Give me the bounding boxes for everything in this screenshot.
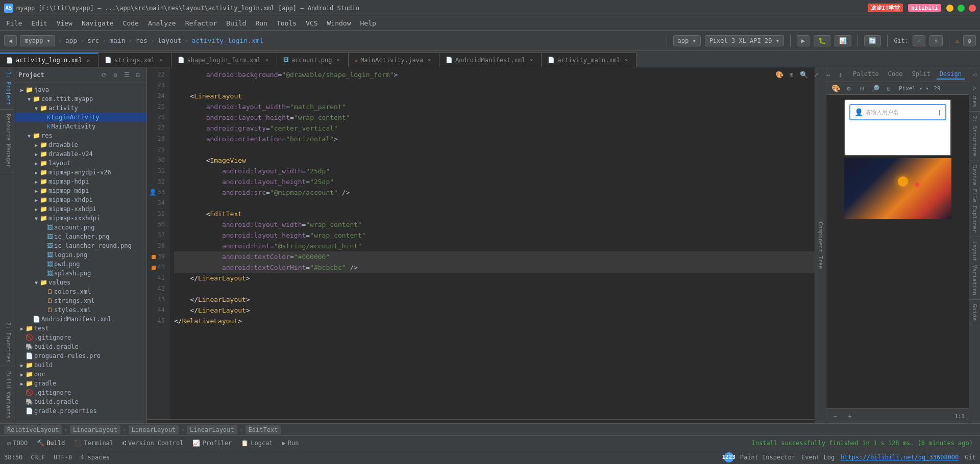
- tree-node-java[interactable]: ▶ 📁 java: [14, 85, 146, 94]
- tree-node-activity-folder[interactable]: ▼ 📁 activity: [14, 104, 146, 113]
- tree-filter-btn[interactable]: ☰: [122, 70, 131, 80]
- tree-collapse-btn[interactable]: ⊟: [133, 70, 142, 80]
- right-icon-2[interactable]: ▷: [970, 83, 980, 93]
- path-item-edittext[interactable]: EditText: [246, 425, 281, 434]
- tree-node-login-png[interactable]: 🖼 login.png: [14, 250, 146, 260]
- tree-node-build-folder[interactable]: ▶ 📁 build: [14, 360, 146, 370]
- path-item-linearlayout-2[interactable]: LinearLayout: [129, 425, 179, 434]
- settings-button[interactable]: ⚙: [963, 35, 976, 46]
- path-item-relativelayout[interactable]: RelativeLayout: [4, 425, 62, 434]
- rpanel-tab-split[interactable]: Split: [909, 69, 934, 80]
- sidebar-tab-guide[interactable]: Guide: [969, 300, 980, 325]
- tab-close-account[interactable]: ✕: [335, 57, 342, 64]
- btoolbar-version-control[interactable]: ⑆ Version Control: [119, 439, 186, 448]
- tree-node-layout[interactable]: ▶ 📁 layout: [14, 159, 146, 168]
- tab-close-shape[interactable]: ✕: [263, 57, 271, 64]
- git-checkmark[interactable]: ✓: [913, 35, 925, 46]
- tree-node-loginactivity[interactable]: K LoginActivity: [14, 113, 146, 122]
- tree-node-gradle-properties[interactable]: 📄 gradle.properties: [14, 406, 146, 416]
- tab-close-mainactivity[interactable]: ✕: [426, 57, 433, 64]
- tree-node-mipmap-hdpi[interactable]: ▶ 📁 mipmap-hdpi: [14, 177, 146, 186]
- menu-help[interactable]: Help: [356, 18, 380, 29]
- status-crlf[interactable]: CRLF: [31, 454, 45, 461]
- menu-code[interactable]: Code: [119, 18, 143, 29]
- btoolbar-terminal[interactable]: ⬛ Terminal: [71, 439, 116, 448]
- tab-androidmanifest[interactable]: 📄 AndroidManifest.xml ✕: [439, 53, 542, 67]
- horizontal-scrollbar[interactable]: [147, 419, 815, 423]
- toolbar-project-dropdown[interactable]: myapp ▾: [20, 35, 55, 46]
- tree-node-manifest[interactable]: 📄 AndroidManifest.xml: [14, 315, 146, 324]
- breadcrumb-main[interactable]: main: [109, 37, 125, 44]
- tree-node-mipmap-anydpi[interactable]: ▶ 📁 mipmap-anydpi-v26: [14, 168, 146, 177]
- tree-node-gradle-folder[interactable]: ▶ 📁 gradle: [14, 379, 146, 388]
- tree-node-proguard[interactable]: 📄 proguard-rules.pro: [14, 351, 146, 360]
- sidebar-tab-layout-inspector[interactable]: Layout Variation: [969, 237, 980, 300]
- menu-window[interactable]: Window: [323, 18, 355, 29]
- tree-node-mipmap-xhdpi[interactable]: ▶ 📁 mipmap-xhdpi: [14, 195, 146, 204]
- zoom-fit-btn[interactable]: ⊡: [857, 83, 867, 93]
- tree-node-ic-launcher[interactable]: 🖼 ic_launcher.png: [14, 232, 146, 241]
- breadcrumb-app[interactable]: app: [65, 37, 77, 44]
- tab-account-png[interactable]: 🖼 account.png ✕: [277, 53, 348, 67]
- tree-node-account-png[interactable]: 🖼 account.png: [14, 223, 146, 232]
- menu-view[interactable]: View: [53, 18, 77, 29]
- device-dropdown[interactable]: Pixel 3 XL API 29 ▾: [705, 35, 784, 46]
- path-item-linearlayout-3[interactable]: LinearLayout: [187, 425, 237, 434]
- sidebar-tab-resource[interactable]: Resource Manager: [0, 110, 14, 172]
- component-tree-panel[interactable]: Component Tree: [815, 67, 826, 423]
- tab-strings-xml[interactable]: 📄 strings.xml ✕: [99, 53, 171, 67]
- close-button[interactable]: [969, 5, 976, 12]
- status-url[interactable]: https://bilibili.net/qq_33608000: [841, 454, 959, 461]
- tree-node-build-gradle-root[interactable]: 🐘 build.gradle: [14, 397, 146, 406]
- tree-node-splash-png[interactable]: 🖼 splash.png: [14, 269, 146, 278]
- btoolbar-logcat[interactable]: 📋 Logcat: [238, 439, 276, 448]
- tree-node-strings-xml[interactable]: 🗒 strings.xml: [14, 296, 146, 305]
- preview-toolbar-resize[interactable]: ⤢: [811, 69, 821, 80]
- tab-close-strings[interactable]: ✕: [158, 57, 165, 64]
- zoom-minus-btn[interactable]: −: [830, 411, 841, 421]
- menu-navigate[interactable]: Navigate: [78, 18, 118, 29]
- menu-file[interactable]: File: [2, 18, 26, 29]
- menu-analyze[interactable]: Analyze: [144, 18, 180, 29]
- zoom-in-btn[interactable]: 🔎: [870, 83, 880, 93]
- run-config-dropdown[interactable]: app ▾: [673, 35, 701, 46]
- status-encoding[interactable]: UTF-8: [54, 454, 72, 461]
- status-build-count[interactable]: 1223: [724, 452, 734, 462]
- tree-node-package[interactable]: ▼ 📁 com.ttit.myapp: [14, 94, 146, 104]
- tree-node-drawable[interactable]: ▶ 📁 drawable: [14, 140, 146, 149]
- toolbar-back-button[interactable]: ◀: [4, 35, 17, 46]
- btoolbar-run[interactable]: ▶ Run: [279, 439, 302, 448]
- tab-close-activity-main[interactable]: ✕: [623, 57, 630, 64]
- btoolbar-profiler[interactable]: 📈 Profiler: [189, 439, 235, 448]
- tree-node-res[interactable]: ▼ 📁 res: [14, 131, 146, 140]
- rpanel-tab-palette[interactable]: Palette: [850, 69, 882, 80]
- breadcrumb-src[interactable]: src: [87, 37, 99, 44]
- preview-palette-icon[interactable]: 🎨: [774, 69, 785, 80]
- menu-run[interactable]: Run: [251, 18, 271, 29]
- run-button[interactable]: ▶: [797, 35, 810, 46]
- tree-node-ic-launcher-round[interactable]: 🖼 ic_launcher_round.png: [14, 241, 146, 250]
- status-paint-inspector[interactable]: Paint Inspector: [740, 454, 795, 461]
- menu-vcs[interactable]: VCS: [302, 18, 322, 29]
- debug-button[interactable]: 🐛: [814, 35, 830, 46]
- preview-toolbar-arrows-h[interactable]: ↔: [823, 69, 834, 80]
- tab-mainactivity-java[interactable]: ☕ MainActivity.java ✕: [349, 53, 439, 67]
- menu-tools[interactable]: Tools: [273, 18, 301, 29]
- tree-node-mipmap-mdpi[interactable]: ▶ 📁 mipmap-mdpi: [14, 186, 146, 195]
- tab-close-manifest[interactable]: ✕: [528, 57, 535, 64]
- rotate-btn[interactable]: ↻: [884, 83, 894, 93]
- sidebar-tab-structure[interactable]: 2: Structure: [969, 112, 980, 161]
- tree-node-styles-xml[interactable]: 🗒 styles.xml: [14, 305, 146, 315]
- menu-edit[interactable]: Edit: [27, 18, 51, 29]
- preview-toolbar-arrows-v[interactable]: ↕: [836, 69, 846, 80]
- status-git[interactable]: Git: [965, 454, 976, 461]
- preview-toolbar-zoom[interactable]: 🔍: [799, 69, 809, 80]
- sync-button[interactable]: 🔄: [864, 35, 881, 46]
- tree-sync-btn[interactable]: ⟳: [100, 70, 109, 80]
- git-update[interactable]: ↑: [929, 35, 942, 46]
- tree-node-gitignore-root[interactable]: 🚫 .gitignore: [14, 388, 146, 397]
- sidebar-tab-favorites[interactable]: 2: Favorites: [0, 318, 14, 367]
- tree-node-mainactivity[interactable]: K MainActivity: [14, 122, 146, 131]
- menu-build[interactable]: Build: [222, 18, 250, 29]
- tree-node-drawable-v24[interactable]: ▶ 📁 drawable-v24: [14, 149, 146, 159]
